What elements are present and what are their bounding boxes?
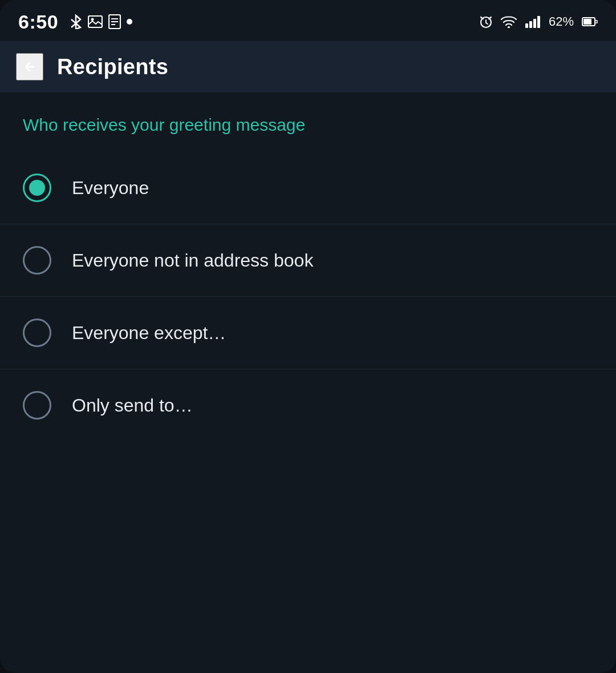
option-label-everyone: Everyone <box>72 178 149 199</box>
signal-icon <box>525 15 541 28</box>
alarm-icon <box>479 14 493 29</box>
option-label-not-in-book: Everyone not in address book <box>72 250 313 271</box>
option-label-except: Everyone except… <box>72 323 226 344</box>
app-bar: Recipients <box>0 41 616 92</box>
options-list: Everyone Everyone not in address book Ev… <box>0 152 616 441</box>
status-left: 6:50 <box>18 11 132 33</box>
section-title: Who receives your greeting message <box>0 115 616 152</box>
svg-rect-10 <box>533 19 536 28</box>
radio-inner-everyone <box>29 180 45 196</box>
option-everyone[interactable]: Everyone <box>0 152 616 224</box>
option-label-only: Only send to… <box>72 395 193 416</box>
battery-percent: 62% <box>549 14 574 29</box>
svg-rect-13 <box>583 19 591 25</box>
main-content: Who receives your greeting message Every… <box>0 92 616 673</box>
dot-icon <box>127 19 132 25</box>
option-only[interactable]: Only send to… <box>0 369 616 441</box>
svg-rect-11 <box>537 16 540 28</box>
status-right: 62% <box>479 14 598 29</box>
svg-point-7 <box>508 26 510 28</box>
status-icons-left <box>70 14 132 29</box>
radio-everyone[interactable] <box>23 174 51 202</box>
wifi-icon <box>501 15 517 28</box>
phone-container: 6:50 <box>0 0 616 673</box>
status-bar: 6:50 <box>0 0 616 41</box>
radio-not-in-book[interactable] <box>23 246 51 275</box>
notes-icon <box>108 14 121 29</box>
bluetooth-icon <box>70 14 82 29</box>
svg-rect-0 <box>88 16 102 27</box>
battery-icon <box>582 17 598 27</box>
option-not-in-book[interactable]: Everyone not in address book <box>0 224 616 297</box>
radio-except[interactable] <box>23 319 51 347</box>
svg-rect-8 <box>525 23 528 28</box>
app-title: Recipients <box>57 55 168 79</box>
radio-only[interactable] <box>23 391 51 420</box>
option-except[interactable]: Everyone except… <box>0 297 616 369</box>
image-icon <box>88 15 103 28</box>
status-time: 6:50 <box>18 11 58 33</box>
back-button[interactable] <box>16 53 43 80</box>
svg-rect-9 <box>529 21 532 28</box>
